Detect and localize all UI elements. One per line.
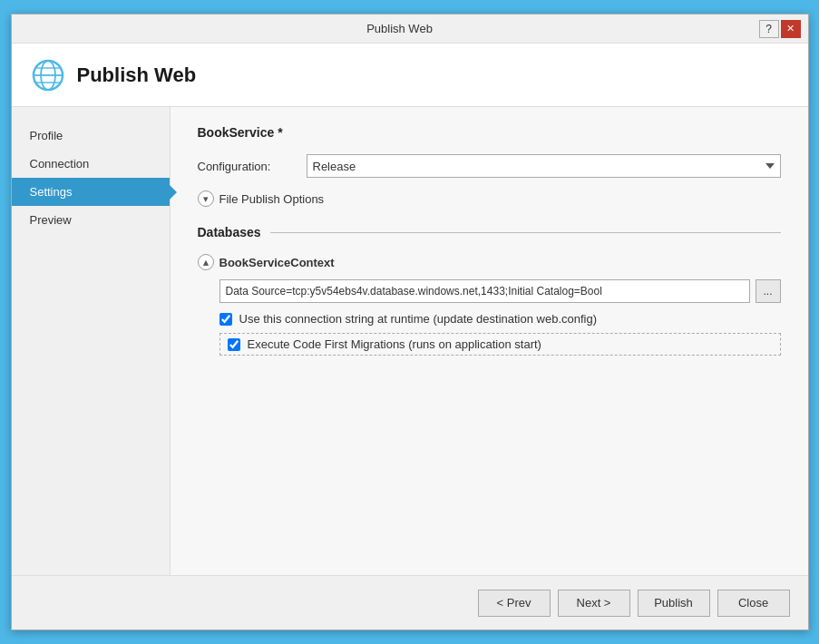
sidebar-item-preview[interactable]: Preview <box>12 206 170 234</box>
file-publish-options-label: File Publish Options <box>219 192 325 206</box>
content-area: Profile Connection Settings Preview Book… <box>12 107 808 575</box>
publish-web-dialog: Publish Web ? ✕ Publish Web Profile Co <box>11 14 809 630</box>
collapse-up-icon: ▴ <box>198 254 214 270</box>
browse-button[interactable]: ... <box>756 279 781 303</box>
prev-button[interactable]: < Prev <box>478 590 551 617</box>
use-connection-string-row: Use this connection string at runtime (u… <box>219 312 781 326</box>
db-context-section: ▴ BookServiceContext ... Use this connec… <box>198 254 781 356</box>
db-connection-row: ... <box>219 279 781 303</box>
sidebar-item-settings[interactable]: Settings <box>12 178 170 206</box>
sidebar-item-connection[interactable]: Connection <box>12 150 170 178</box>
sidebar-item-profile[interactable]: Profile <box>12 122 170 150</box>
dialog-title: Publish Web <box>41 22 759 35</box>
configuration-label: Configuration: <box>198 160 297 173</box>
db-connection-input[interactable] <box>219 279 750 303</box>
execute-migrations-row: Execute Code First Migrations (runs on a… <box>219 333 781 356</box>
db-context-label: BookServiceContext <box>219 256 335 269</box>
execute-migrations-label: Execute Code First Migrations (runs on a… <box>248 337 541 351</box>
configuration-select[interactable]: Release Debug <box>307 154 781 178</box>
sidebar: Profile Connection Settings Preview <box>12 107 171 575</box>
section-title: BookService * <box>198 125 781 140</box>
title-bar: Publish Web ? ✕ <box>12 15 808 44</box>
dialog-footer: < Prev Next > Publish Close <box>12 575 808 629</box>
main-content: BookService * Configuration: Release Deb… <box>171 107 808 575</box>
next-button[interactable]: Next > <box>558 590 630 617</box>
header-title: Publish Web <box>77 63 197 87</box>
dialog-header: Publish Web <box>12 44 808 107</box>
collapse-down-icon: ▾ <box>198 190 214 207</box>
use-connection-string-checkbox[interactable] <box>219 313 232 326</box>
databases-section: Databases ▴ BookServiceContext ... <box>198 225 781 356</box>
databases-label: Databases <box>198 225 781 239</box>
close-dialog-button[interactable]: Close <box>717 590 790 617</box>
execute-migrations-checkbox[interactable] <box>228 338 240 351</box>
publish-button[interactable]: Publish <box>638 590 710 617</box>
globe-icon <box>30 57 66 93</box>
title-bar-buttons: ? ✕ <box>759 20 801 38</box>
use-connection-string-label: Use this connection string at runtime (u… <box>239 312 598 326</box>
file-publish-options-toggle[interactable]: ▾ File Publish Options <box>198 190 781 207</box>
db-context-toggle[interactable]: ▴ BookServiceContext <box>198 254 781 270</box>
close-button[interactable]: ✕ <box>781 20 801 38</box>
configuration-row: Configuration: Release Debug <box>198 154 781 178</box>
help-button[interactable]: ? <box>759 20 779 38</box>
